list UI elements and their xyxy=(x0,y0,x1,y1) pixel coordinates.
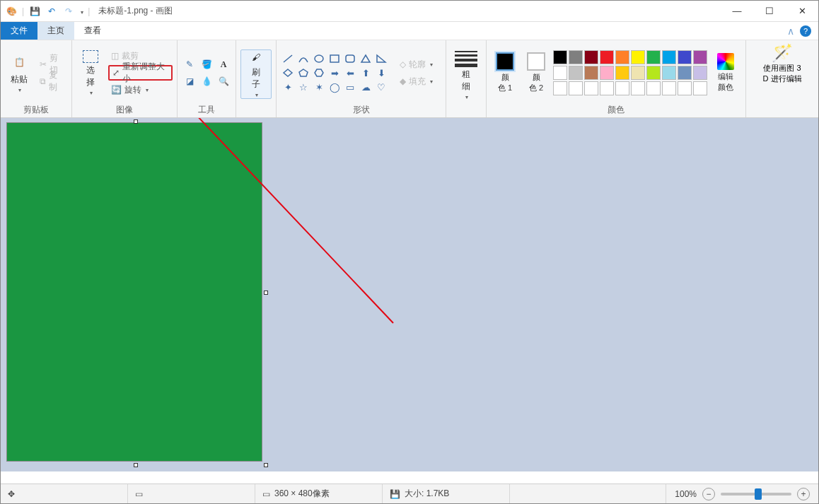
palette-color[interactable] xyxy=(693,81,707,95)
shape-triangle[interactable] xyxy=(374,52,388,65)
pencil-tool[interactable]: ✎ xyxy=(182,57,197,72)
tab-file[interactable]: 文件 xyxy=(1,22,37,40)
resize-button[interactable]: ⤢重新调整大小 xyxy=(108,65,173,81)
shape-curve[interactable] xyxy=(296,52,310,65)
palette-color[interactable] xyxy=(646,81,661,95)
palette-color[interactable] xyxy=(553,66,567,80)
palette-color[interactable] xyxy=(615,81,629,95)
palette-color[interactable] xyxy=(615,50,629,64)
edit-colors-button[interactable]: 编辑 颜色 xyxy=(710,53,741,93)
group-label: 工具 xyxy=(182,102,231,116)
shape-cloud[interactable]: ☁ xyxy=(359,81,373,93)
palette-color[interactable] xyxy=(600,50,614,64)
palette-color[interactable] xyxy=(631,50,645,64)
palette-color[interactable] xyxy=(678,50,692,64)
shape-arrow-left[interactable]: ⬅ xyxy=(343,66,357,79)
palette-color[interactable] xyxy=(600,81,614,95)
undo-icon[interactable]: ↶ xyxy=(45,5,58,18)
palette-color[interactable] xyxy=(584,66,598,80)
copy-button[interactable]: ⧉复制 xyxy=(37,74,67,89)
palette-color[interactable] xyxy=(678,81,692,95)
palette-color[interactable] xyxy=(600,66,614,80)
copy-icon: ⧉ xyxy=(40,76,46,86)
shape-roundrect[interactable] xyxy=(343,52,357,65)
zoom-in-button[interactable]: + xyxy=(797,488,810,500)
shape-hexagon[interactable] xyxy=(312,66,326,79)
palette-color[interactable] xyxy=(631,81,645,95)
palette-color[interactable] xyxy=(646,50,661,64)
svg-marker-5 xyxy=(377,55,385,62)
palette-color[interactable] xyxy=(569,81,583,95)
outline-icon: ◇ xyxy=(400,59,406,69)
palette-color[interactable] xyxy=(662,66,676,80)
palette-color[interactable] xyxy=(584,50,598,64)
shape-pentagon[interactable] xyxy=(296,66,310,79)
zoom-slider[interactable] xyxy=(721,493,791,496)
palette-color[interactable] xyxy=(569,50,583,64)
palette-color[interactable] xyxy=(693,66,707,80)
canvas[interactable] xyxy=(6,122,262,462)
shape-arrow-right[interactable]: ➡ xyxy=(327,66,342,79)
shape-callout-rect[interactable]: ▭ xyxy=(343,81,357,93)
palette-color[interactable] xyxy=(584,81,598,95)
tab-home[interactable]: 主页 xyxy=(37,22,74,40)
shape-diamond[interactable] xyxy=(281,66,295,79)
palette-color[interactable] xyxy=(693,50,707,64)
fill-tool[interactable]: 🪣 xyxy=(199,57,214,72)
shape-rect[interactable] xyxy=(327,52,342,65)
title-bar: 🎨 | 💾 ↶ ↷ | 未标题-1.png - 画图 — ☐ ✕ xyxy=(1,1,818,22)
text-tool[interactable]: A xyxy=(216,57,231,72)
paint3d-button[interactable]: 🪄 使用画图 3 D 进行编辑 xyxy=(750,43,814,84)
shape-5star[interactable]: ☆ xyxy=(296,81,310,93)
group-colors: 颜 色 1 颜 色 2 编辑 颜色 颜色 xyxy=(487,40,746,117)
qat-dropdown[interactable] xyxy=(79,6,83,16)
shape-4star[interactable]: ✦ xyxy=(281,81,295,93)
palette-color[interactable] xyxy=(569,66,583,80)
shape-heart[interactable]: ♡ xyxy=(374,81,388,93)
resize-handle-top[interactable] xyxy=(134,119,138,124)
resize-handle-corner[interactable] xyxy=(264,463,268,467)
palette-color[interactable] xyxy=(553,81,567,95)
color1-button[interactable]: 颜 色 1 xyxy=(491,52,519,94)
collapse-ribbon-icon[interactable]: ∧ xyxy=(787,25,794,37)
palette-color[interactable] xyxy=(646,66,661,80)
palette-color[interactable] xyxy=(662,81,676,95)
resize-handle-right[interactable] xyxy=(264,291,268,295)
resize-handle-bottom[interactable] xyxy=(134,463,138,467)
magnifier-tool[interactable]: 🔍 xyxy=(216,74,231,89)
fill-button[interactable]: ◆填充 xyxy=(397,74,436,89)
rotate-button[interactable]: 🔄旋转 xyxy=(108,82,173,98)
outline-button[interactable]: ◇轮廓 xyxy=(397,57,436,72)
thickness-button[interactable]: 粗 细 xyxy=(451,49,482,99)
brush-button[interactable]: 🖌 刷 子 xyxy=(240,49,272,99)
eyedropper-tool[interactable]: 💧 xyxy=(199,74,214,89)
maximize-button[interactable]: ☐ xyxy=(753,1,786,22)
shape-oval[interactable] xyxy=(312,52,326,65)
svg-marker-6 xyxy=(284,69,292,76)
select-button[interactable]: 选 择 xyxy=(76,48,105,98)
minimize-button[interactable]: — xyxy=(721,1,753,22)
shape-arrow-down[interactable]: ⬇ xyxy=(374,66,388,79)
palette-color[interactable] xyxy=(678,66,692,80)
eraser-tool[interactable]: ◪ xyxy=(182,74,197,89)
paste-button[interactable]: 📋 粘贴 xyxy=(5,48,34,98)
canvas-area[interactable] xyxy=(1,118,818,471)
palette-color[interactable] xyxy=(631,66,645,80)
palette-color[interactable] xyxy=(662,50,676,64)
shape-6star[interactable]: ✶ xyxy=(312,81,326,93)
color2-button[interactable]: 颜 色 2 xyxy=(522,52,550,94)
shape-arrow-up[interactable]: ⬆ xyxy=(359,66,373,79)
zoom-out-button[interactable]: − xyxy=(702,488,715,500)
zoom-thumb[interactable] xyxy=(755,488,762,500)
tab-view[interactable]: 查看 xyxy=(74,22,111,40)
shape-gallery[interactable]: ➡ ⬅ ⬆ ⬇ ✦ ☆ ✶ ◯ ▭ ☁ ♡ xyxy=(281,52,388,93)
shape-polygon[interactable] xyxy=(359,52,373,65)
close-button[interactable]: ✕ xyxy=(786,1,818,22)
palette-color[interactable] xyxy=(615,66,629,80)
shape-line[interactable] xyxy=(281,52,295,65)
save-icon[interactable]: 💾 xyxy=(28,5,41,18)
shape-callout-round[interactable]: ◯ xyxy=(327,81,342,93)
palette-color[interactable] xyxy=(553,50,567,64)
redo-icon[interactable]: ↷ xyxy=(62,5,75,18)
help-icon[interactable]: ? xyxy=(800,25,811,37)
